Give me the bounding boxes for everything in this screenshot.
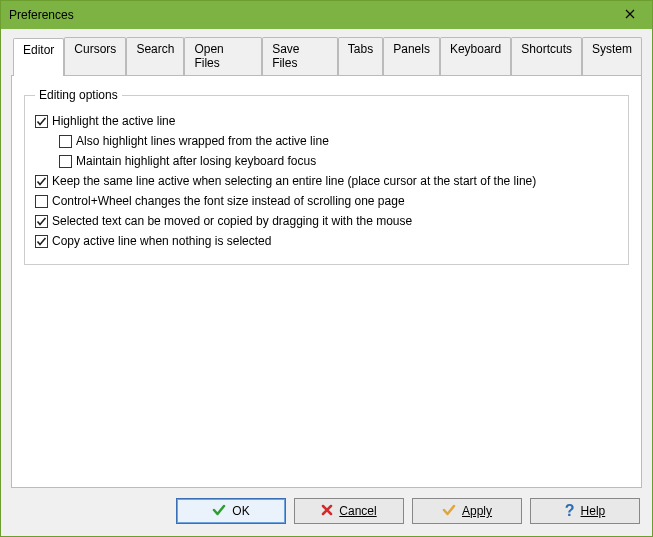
option-drag-selected[interactable]: Selected text can be moved or copied by … [35,212,618,230]
tab-open-files[interactable]: Open Files [184,37,262,75]
tab-search[interactable]: Search [126,37,184,75]
checkbox-label: Highlight the active line [52,112,175,130]
tab-label: Shortcuts [521,42,572,56]
tab-label: Cursors [74,42,116,56]
tab-label: Open Files [194,42,223,70]
checkbox[interactable] [35,115,48,128]
editing-options-group: Editing options Highlight the active lin… [24,88,629,265]
button-label: OK [232,504,249,518]
tab-label: Search [136,42,174,56]
preferences-window: Preferences Editor Cursors Search Open F… [0,0,653,537]
tab-tabs[interactable]: Tabs [338,37,383,75]
option-keep-same-line[interactable]: Keep the same line active when selecting… [35,172,618,190]
apply-button[interactable]: Apply [412,498,522,524]
tab-label: Keyboard [450,42,501,56]
tab-label: Tabs [348,42,373,56]
x-icon [321,504,333,519]
dialog-buttons: OK Cancel Apply ? Help [1,488,652,536]
tab-label: Editor [23,43,54,57]
tab-cursors[interactable]: Cursors [64,37,126,75]
checkbox-label: Copy active line when nothing is selecte… [52,232,271,250]
button-label: Apply [462,504,492,518]
tab-system[interactable]: System [582,37,642,75]
tab-label: System [592,42,632,56]
check-icon [442,503,456,520]
checkbox-label: Control+Wheel changes the font size inst… [52,192,405,210]
checkbox-label: Selected text can be moved or copied by … [52,212,412,230]
option-also-highlight-wrapped[interactable]: Also highlight lines wrapped from the ac… [59,132,618,150]
tab-editor[interactable]: Editor [13,38,64,76]
checkbox[interactable] [35,195,48,208]
tab-panels[interactable]: Panels [383,37,440,75]
checkbox-label: Maintain highlight after losing keyboard… [76,152,316,170]
tab-label: Panels [393,42,430,56]
cancel-button[interactable]: Cancel [294,498,404,524]
window-title: Preferences [9,8,616,22]
button-label: Help [581,504,606,518]
tab-save-files[interactable]: Save Files [262,37,338,75]
tabstrip: Editor Cursors Search Open Files Save Fi… [11,37,642,76]
group-legend: Editing options [35,88,122,102]
option-maintain-highlight[interactable]: Maintain highlight after losing keyboard… [59,152,618,170]
help-button[interactable]: ? Help [530,498,640,524]
question-icon: ? [565,503,575,519]
check-icon [212,503,226,520]
checkbox[interactable] [35,175,48,188]
option-highlight-active-line[interactable]: Highlight the active line [35,112,618,130]
tab-shortcuts[interactable]: Shortcuts [511,37,582,75]
close-icon [625,8,635,22]
checkbox-label: Also highlight lines wrapped from the ac… [76,132,329,150]
checkbox[interactable] [35,215,48,228]
checkbox[interactable] [35,235,48,248]
tabpanel-editor: Editing options Highlight the active lin… [11,76,642,488]
option-copy-active-line[interactable]: Copy active line when nothing is selecte… [35,232,618,250]
close-button[interactable] [616,1,644,29]
tab-label: Save Files [272,42,299,70]
button-label: Cancel [339,504,376,518]
checkbox-label: Keep the same line active when selecting… [52,172,536,190]
tab-keyboard[interactable]: Keyboard [440,37,511,75]
option-control-wheel[interactable]: Control+Wheel changes the font size inst… [35,192,618,210]
content-area: Editor Cursors Search Open Files Save Fi… [1,29,652,488]
titlebar: Preferences [1,1,652,29]
checkbox[interactable] [59,155,72,168]
ok-button[interactable]: OK [176,498,286,524]
checkbox[interactable] [59,135,72,148]
